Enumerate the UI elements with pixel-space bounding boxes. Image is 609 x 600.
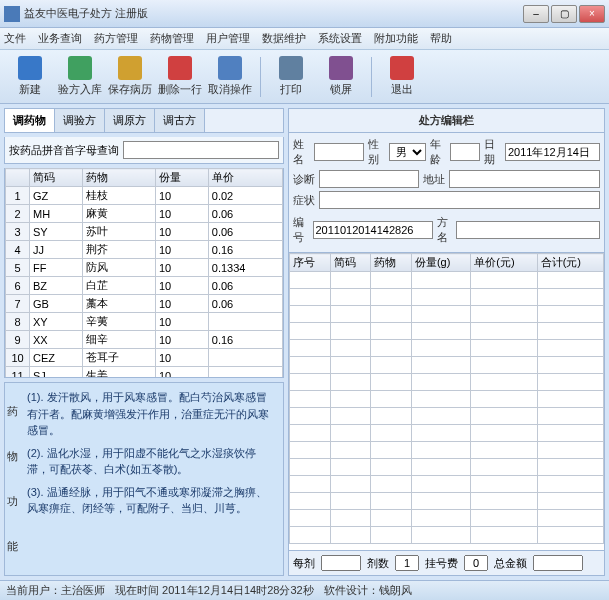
- col-header[interactable]: 份量: [155, 169, 208, 187]
- rx-row[interactable]: [290, 357, 604, 374]
- search-input[interactable]: [123, 141, 279, 159]
- col-header[interactable]: [6, 169, 30, 187]
- minimize-button[interactable]: –: [523, 5, 549, 23]
- menu-药物管理[interactable]: 药物管理: [150, 31, 194, 46]
- patient-form: 姓名 性别 男 年龄 日期 诊断 地址 症状 编号: [288, 133, 605, 253]
- tool-新建[interactable]: 新建: [6, 53, 54, 101]
- col-header[interactable]: 药物: [82, 169, 155, 187]
- titlebar: 益友中医电子处方 注册版 – ▢ ×: [0, 0, 609, 28]
- menu-业务查询[interactable]: 业务查询: [38, 31, 82, 46]
- rx-row[interactable]: [290, 425, 604, 442]
- tool-锁屏[interactable]: 锁屏: [317, 53, 365, 101]
- tool-label: 取消操作: [208, 82, 252, 97]
- close-button[interactable]: ×: [579, 5, 605, 23]
- menu-数据维护[interactable]: 数据维护: [262, 31, 306, 46]
- fname-label: 方名: [437, 215, 453, 245]
- diag-input[interactable]: [319, 170, 419, 188]
- summary-bar: 每剂 剂数 挂号费 总金额: [288, 551, 605, 576]
- 锁屏-icon: [329, 56, 353, 80]
- addr-input[interactable]: [449, 170, 600, 188]
- rcol-header[interactable]: 份量(g): [411, 254, 470, 272]
- fname-input[interactable]: [456, 221, 600, 239]
- tool-退出[interactable]: 退出: [378, 53, 426, 101]
- 取消操作-icon: [218, 56, 242, 80]
- rx-row[interactable]: [290, 408, 604, 425]
- col-header[interactable]: 单价: [208, 169, 282, 187]
- 删除一行-icon: [168, 56, 192, 80]
- rx-row[interactable]: [290, 510, 604, 527]
- rx-row[interactable]: [290, 306, 604, 323]
- col-header[interactable]: 简码: [30, 169, 83, 187]
- rcol-header[interactable]: 单价(元): [471, 254, 537, 272]
- tab-调古方[interactable]: 调古方: [155, 109, 205, 132]
- table-row[interactable]: 3SY苏叶100.06: [6, 223, 283, 241]
- tool-保存病历[interactable]: 保存病历: [106, 53, 154, 101]
- rx-row[interactable]: [290, 323, 604, 340]
- name-label: 姓名: [293, 137, 310, 167]
- menu-帮助[interactable]: 帮助: [430, 31, 452, 46]
- no-input[interactable]: [313, 221, 433, 239]
- menu-用户管理[interactable]: 用户管理: [206, 31, 250, 46]
- date-input[interactable]: [505, 143, 600, 161]
- rx-row[interactable]: [290, 493, 604, 510]
- table-row[interactable]: 11SJ生姜10: [6, 367, 283, 379]
- rx-row[interactable]: [290, 527, 604, 544]
- tool-验方入库[interactable]: 验方入库: [56, 53, 104, 101]
- time-value: 2011年12月14日14时28分32秒: [162, 584, 314, 596]
- rx-row[interactable]: [290, 374, 604, 391]
- table-row[interactable]: 8XY辛荑10: [6, 313, 283, 331]
- count-input[interactable]: [395, 555, 419, 571]
- table-row[interactable]: 9XX细辛100.16: [6, 331, 283, 349]
- addr-label: 地址: [423, 172, 445, 187]
- 保存病历-icon: [118, 56, 142, 80]
- fee-label: 挂号费: [425, 556, 458, 571]
- tab-调药物[interactable]: 调药物: [5, 109, 55, 132]
- tool-删除一行[interactable]: 删除一行: [156, 53, 204, 101]
- table-row[interactable]: 7GB藁本100.06: [6, 295, 283, 313]
- rcol-header[interactable]: 药物: [371, 254, 412, 272]
- table-row[interactable]: 6BZ白芷100.06: [6, 277, 283, 295]
- total-input[interactable]: [533, 555, 583, 571]
- tool-label: 锁屏: [330, 82, 352, 97]
- rx-row[interactable]: [290, 459, 604, 476]
- rx-row[interactable]: [290, 391, 604, 408]
- table-row[interactable]: 10CEZ苍耳子10: [6, 349, 283, 367]
- tool-取消操作[interactable]: 取消操作: [206, 53, 254, 101]
- table-row[interactable]: 1GZ桂枝100.02: [6, 187, 283, 205]
- rx-row[interactable]: [290, 442, 604, 459]
- sym-input[interactable]: [319, 191, 600, 209]
- table-row[interactable]: 2MH麻黄100.06: [6, 205, 283, 223]
- prescription-title: 处方编辑栏: [288, 108, 605, 133]
- menu-附加功能[interactable]: 附加功能: [374, 31, 418, 46]
- menu-药方管理[interactable]: 药方管理: [94, 31, 138, 46]
- rx-row[interactable]: [290, 272, 604, 289]
- table-row[interactable]: 4JJ荆芥100.16: [6, 241, 283, 259]
- left-tabs: 调药物调验方调原方调古方: [4, 108, 284, 133]
- toolbar: 新建验方入库保存病历删除一行取消操作打印锁屏退出: [0, 50, 609, 104]
- table-row[interactable]: 5FF防风100.1334: [6, 259, 283, 277]
- rx-row[interactable]: [290, 476, 604, 493]
- per-input[interactable]: [321, 555, 361, 571]
- rx-row[interactable]: [290, 289, 604, 306]
- menu-文件[interactable]: 文件: [4, 31, 26, 46]
- maximize-button[interactable]: ▢: [551, 5, 577, 23]
- sex-select[interactable]: 男: [389, 143, 426, 161]
- tab-调原方[interactable]: 调原方: [105, 109, 155, 132]
- drug-grid[interactable]: 简码药物份量单价1GZ桂枝100.022MH麻黄100.063SY苏叶100.0…: [4, 168, 284, 378]
- menu-系统设置[interactable]: 系统设置: [318, 31, 362, 46]
- tool-打印[interactable]: 打印: [267, 53, 315, 101]
- name-input[interactable]: [314, 143, 364, 161]
- prescription-grid[interactable]: 序号简码药物份量(g)单价(元)合计(元): [288, 253, 605, 551]
- age-input[interactable]: [450, 143, 480, 161]
- 验方入库-icon: [68, 56, 92, 80]
- fee-input[interactable]: [464, 555, 488, 571]
- rcol-header[interactable]: 合计(元): [537, 254, 603, 272]
- rcol-header[interactable]: 序号: [290, 254, 331, 272]
- window-title: 益友中医电子处方 注册版: [24, 6, 523, 21]
- desc-para: (1). 发汗散风，用于风寒感冒。配白芍治风寒感冒有汗者。配麻黄增强发汗作用，治…: [27, 389, 277, 439]
- time-label: 现在时间: [115, 584, 159, 596]
- 打印-icon: [279, 56, 303, 80]
- rcol-header[interactable]: 简码: [330, 254, 371, 272]
- tab-调验方[interactable]: 调验方: [55, 109, 105, 132]
- rx-row[interactable]: [290, 340, 604, 357]
